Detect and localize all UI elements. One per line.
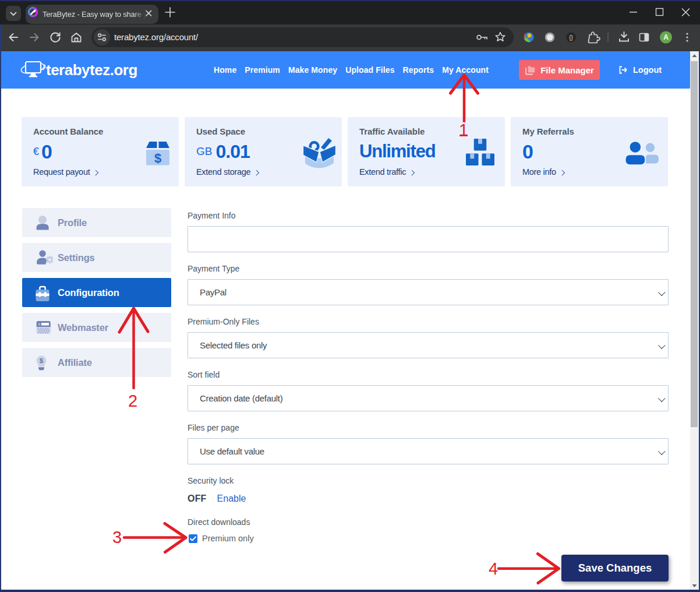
svg-text:$: $ — [154, 151, 161, 165]
svg-text:A: A — [663, 33, 669, 41]
svg-text:$: $ — [40, 357, 44, 364]
svg-text:{}: {} — [569, 34, 573, 41]
